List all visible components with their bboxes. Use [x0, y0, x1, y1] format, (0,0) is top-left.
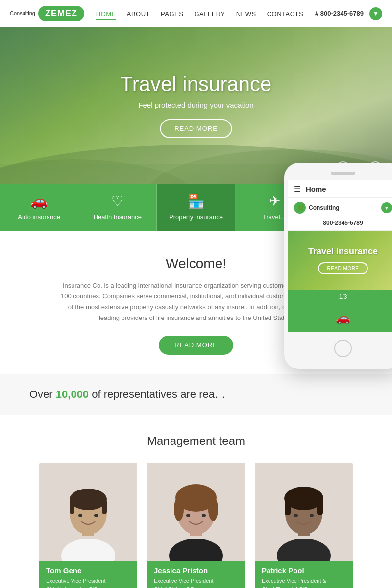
- team-name-0: Tom Gene: [46, 566, 130, 575]
- svg-point-11: [78, 514, 82, 517]
- team-name-1: Jessica Priston: [154, 566, 238, 575]
- mobile-service-icon: 🚗: [336, 311, 350, 325]
- mobile-logo-icon: 🌿: [294, 202, 306, 214]
- main-nav: HOMEABOUTPAGESGALLERYNEWSCONTACTS: [96, 9, 303, 18]
- mobile-nav-bar: ☰ Home: [288, 180, 392, 198]
- service-label-1: Health Insurance: [94, 213, 142, 220]
- nav-link-contacts[interactable]: CONTACTS: [267, 10, 304, 18]
- consulting-label: Consulting: [10, 11, 35, 16]
- mobile-nav-title: Home: [306, 185, 326, 193]
- svg-rect-9: [70, 499, 74, 514]
- team-info-1: Jessica Priston Executive Vice President…: [147, 561, 245, 588]
- mobile-home-area: [288, 332, 392, 365]
- mobile-menu-icon[interactable]: ☰: [294, 184, 301, 194]
- nav-link-home[interactable]: HOME: [96, 10, 116, 20]
- service-icon-0: 🚗: [30, 195, 48, 208]
- stats-number: 10,000: [56, 388, 89, 400]
- stats-prefix: Over: [29, 388, 53, 400]
- team-info-0: Tom Gene Executive Vice PresidentChief I…: [39, 561, 137, 588]
- hero-section: Travel insurance Feel protected during y…: [0, 27, 392, 184]
- team-role-2: Executive Vice President &Chief Financia…: [262, 577, 346, 588]
- stats-text: Over 10,000 of representatives are rea…: [29, 388, 225, 401]
- mobile-hero: Travel insurance READ MORE: [288, 231, 392, 290]
- team-role-1: Executive Vice PresidentChief Claims Off…: [154, 577, 238, 588]
- header-right: # 800-2345-6789 ▼: [315, 7, 382, 20]
- team-card-1: Jessica Priston Executive Vice President…: [147, 463, 245, 588]
- mobile-hero-button[interactable]: READ MORE: [318, 262, 368, 274]
- nav-link-gallery[interactable]: GALLERY: [194, 10, 225, 18]
- team-info-2: Patrick Pool Executive Vice President &C…: [255, 561, 353, 588]
- svg-point-29: [294, 514, 298, 517]
- team-card-0: Tom Gene Executive Vice PresidentChief I…: [39, 463, 137, 588]
- mobile-header: 🌿 Consulting ▼: [288, 198, 392, 218]
- mobile-speaker: [331, 172, 355, 175]
- nav-item-contacts[interactable]: CONTACTS: [267, 9, 304, 18]
- nav-link-pages[interactable]: PAGES: [161, 10, 183, 18]
- mobile-home-button[interactable]: [334, 340, 352, 357]
- mobile-phone: 800-2345-6789: [288, 218, 392, 231]
- nav-item-gallery[interactable]: GALLERY: [194, 9, 225, 18]
- mobile-service-bar: 🚗: [288, 304, 392, 332]
- hero-content: Travel insurance Feel protected during y…: [121, 73, 272, 138]
- service-label-3: Travel…: [263, 213, 287, 220]
- nav-item-about[interactable]: ABOUT: [127, 9, 150, 18]
- logo-badge[interactable]: ZEMEZ: [38, 6, 84, 21]
- svg-point-8: [70, 489, 107, 510]
- management-section: Management team Tom Gene Executive Vice …: [0, 415, 392, 588]
- service-icon-1: ♡: [111, 195, 123, 208]
- svg-point-30: [310, 514, 314, 517]
- nav-link-about[interactable]: ABOUT: [127, 10, 150, 18]
- nav-item-home[interactable]: HOME: [96, 9, 116, 18]
- mobile-user-icon[interactable]: ▼: [381, 202, 392, 213]
- hero-cta-button[interactable]: READ MORE: [160, 119, 232, 138]
- stats-suffix: of representatives are rea…: [92, 388, 225, 400]
- logo-area: Consulting ZEMEZ: [10, 6, 84, 21]
- service-item-2[interactable]: 🏪 Property Insurance: [157, 184, 235, 231]
- welcome-button[interactable]: READ MORE: [159, 336, 233, 355]
- service-item-1[interactable]: ♡ Health Insurance: [78, 184, 157, 231]
- management-title: Management team: [39, 434, 353, 448]
- welcome-wrapper: Welcome! Insurance Co. is a leading inte…: [0, 231, 392, 374]
- svg-point-20: [186, 514, 190, 517]
- team-role-0: Executive Vice PresidentChief Informatio…: [46, 577, 130, 588]
- mobile-slide-counter: 1/3: [288, 290, 392, 304]
- service-icon-3: ✈: [269, 195, 280, 208]
- svg-rect-28: [317, 498, 323, 515]
- hero-subtitle: Feel protected during your vacation: [121, 101, 272, 109]
- hero-title: Travel insurance: [121, 73, 272, 96]
- service-label-2: Property Insurance: [169, 213, 223, 220]
- service-label-0: Auto insurance: [18, 213, 60, 220]
- header-phone: # 800-2345-6789: [315, 10, 364, 17]
- svg-rect-27: [285, 498, 291, 515]
- service-item-0[interactable]: 🚗 Auto insurance: [0, 184, 78, 231]
- team-name-2: Patrick Pool: [262, 566, 346, 575]
- mobile-statusbar: [288, 167, 392, 180]
- svg-point-18: [174, 497, 184, 521]
- service-icon-2: 🏪: [188, 195, 205, 208]
- nav-link-news[interactable]: NEWS: [236, 10, 256, 18]
- svg-rect-10: [102, 499, 107, 514]
- nav-item-news[interactable]: NEWS: [236, 9, 256, 18]
- svg-point-12: [94, 514, 98, 517]
- mobile-logo-area: 🌿 Consulting: [294, 202, 340, 214]
- team-photo-1: [147, 463, 245, 561]
- svg-point-21: [202, 514, 206, 517]
- team-photo-2: [255, 463, 353, 561]
- mobile-hero-title: Travel insurance: [308, 246, 378, 257]
- team-grid: Tom Gene Executive Vice PresidentChief I…: [39, 463, 353, 588]
- team-photo-0: [39, 463, 137, 561]
- team-card-2: Patrick Pool Executive Vice President &C…: [255, 463, 353, 588]
- stats-bar: Over 10,000 of representatives are rea…: [0, 374, 392, 415]
- svg-point-19: [208, 497, 218, 521]
- mobile-logo-text: Consulting: [309, 204, 340, 211]
- site-header: Consulting ZEMEZ HOMEABOUTPAGESGALLERYNE…: [0, 0, 392, 27]
- mobile-mockup: ☰ Home 🌿 Consulting ▼ 800-2345-6789 Trav…: [284, 163, 392, 369]
- nav-item-pages[interactable]: PAGES: [161, 9, 183, 18]
- user-icon[interactable]: ▼: [369, 7, 382, 20]
